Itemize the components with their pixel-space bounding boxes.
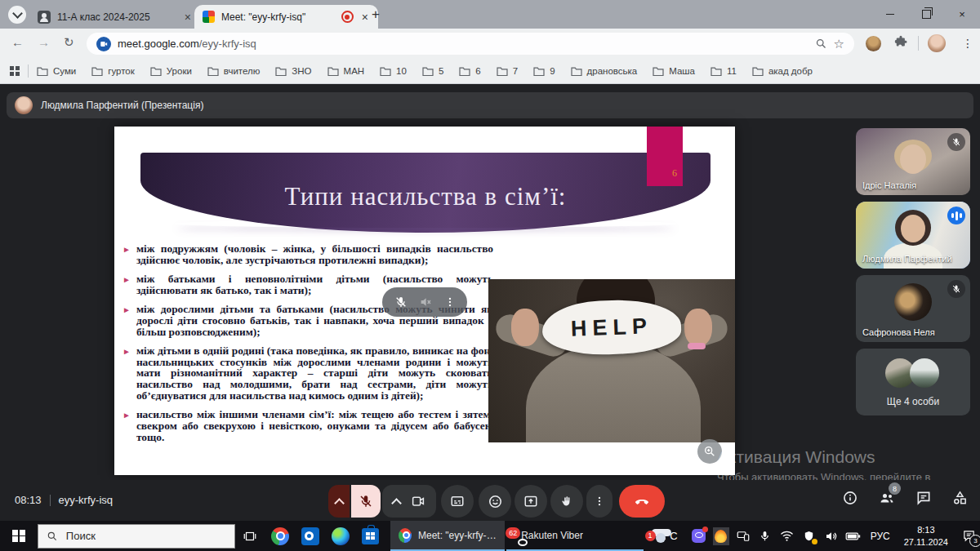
camera-button-group[interactable]: [382, 485, 436, 518]
bookmark-folder[interactable]: 6: [459, 66, 480, 76]
camera-options-chevron[interactable]: [391, 498, 402, 509]
taskbar-clock[interactable]: 8:13 27.11.2024: [899, 524, 953, 548]
more-participants-tile[interactable]: Ще 4 особи: [856, 349, 970, 415]
divider: [918, 36, 919, 51]
window-controls: ×: [872, 0, 980, 29]
close-tab-icon[interactable]: ×: [360, 11, 370, 23]
outlook-taskbar-icon[interactable]: [296, 521, 326, 551]
bookmark-folder[interactable]: Уроки: [150, 66, 192, 76]
more-participants-label: Ще 4 особи: [856, 396, 970, 407]
notification-center-button[interactable]: 3: [959, 527, 980, 545]
tab-class-journal[interactable]: 11-А клас 2024-2025 ×: [29, 5, 201, 29]
bookmark-star-icon[interactable]: ☆: [834, 37, 844, 51]
mic-muted-button[interactable]: [351, 485, 381, 518]
forward-button[interactable]: →: [38, 35, 50, 49]
tray-app-icon[interactable]: [713, 527, 729, 545]
bookmark-folder[interactable]: МАН: [327, 66, 365, 76]
edge-taskbar-icon[interactable]: [325, 521, 355, 551]
search-input[interactable]: [65, 529, 207, 543]
bookmark-folder[interactable]: вчителю: [207, 66, 261, 76]
store-taskbar-icon[interactable]: [355, 521, 385, 551]
restore-button[interactable]: [908, 0, 944, 29]
new-tab-button[interactable]: +: [372, 7, 380, 23]
recording-indicator-icon: [341, 11, 354, 23]
search-icon: [47, 531, 58, 542]
bookmark-folder[interactable]: Суми: [37, 66, 76, 76]
tab-meet[interactable]: Meet: "eyy-krfy-isq" ×: [194, 5, 378, 29]
extensions-puzzle-icon[interactable]: [893, 35, 908, 50]
presenter-banner[interactable]: Людмила Парфентий (Презентація): [7, 92, 973, 118]
mic-options-chevron[interactable]: [328, 485, 350, 518]
bullet-arrow-icon: ►: [122, 409, 131, 443]
volume-icon[interactable]: [823, 527, 840, 545]
task-button-viber[interactable]: 62 Rakuten Viber: [506, 521, 643, 551]
avatar: [910, 358, 939, 388]
bullet-arrow-icon: ►: [122, 273, 131, 296]
start-button[interactable]: [0, 521, 38, 551]
volume-off-icon[interactable]: [419, 295, 432, 309]
bookmark-folder[interactable]: акад добр: [752, 66, 813, 76]
browser-menu-icon[interactable]: ⋮: [962, 34, 973, 52]
extension-icon[interactable]: [866, 36, 881, 51]
bookmark-folder[interactable]: драновська: [571, 66, 638, 76]
back-button[interactable]: ←: [11, 35, 24, 49]
raise-hand-button[interactable]: [550, 485, 583, 518]
divider: [28, 64, 29, 78]
people-panel-button[interactable]: 8: [878, 490, 896, 506]
bookmark-folder[interactable]: Маша: [653, 66, 695, 76]
bookmark-folder[interactable]: ЗНО: [275, 66, 311, 76]
close-tab-icon[interactable]: ×: [183, 11, 193, 23]
bookmark-folder[interactable]: 7: [497, 66, 518, 76]
chrome-taskbar-icon[interactable]: [265, 521, 296, 551]
bullet-text: насильство між іншими членами сім’ї: між…: [136, 409, 493, 443]
task-button-meet[interactable]: Meet: "eyy-krfy-isq...: [390, 521, 505, 551]
connect-device-icon[interactable]: [735, 527, 751, 545]
floating-av-controls[interactable]: [382, 287, 467, 317]
notification-count-badge: 3: [969, 535, 980, 547]
weather-widget[interactable]: 1 -1°C: [644, 521, 686, 551]
more-options-button[interactable]: [586, 485, 612, 518]
participant-tile[interactable]: Ідріс Наталія: [856, 128, 970, 195]
close-window-button[interactable]: ×: [944, 0, 980, 29]
chat-icon[interactable]: [915, 490, 932, 506]
reload-button[interactable]: ↻: [64, 35, 74, 50]
slide-page-tab: 6: [647, 127, 683, 186]
apps-grid-icon[interactable]: [10, 66, 20, 76]
participant-tile-active-speaker[interactable]: Людмила Парфентий: [856, 202, 970, 269]
battery-icon[interactable]: [845, 527, 862, 545]
meet-call-icon: [96, 37, 111, 51]
viber-tray-icon[interactable]: [691, 527, 707, 545]
wifi-icon[interactable]: [779, 527, 795, 545]
taskbar-search[interactable]: [38, 524, 235, 549]
microphone-tray-icon[interactable]: [757, 527, 773, 545]
security-shield-icon[interactable]: [801, 527, 817, 545]
slide-title-banner: Типи насильства в сім’ї:: [140, 153, 710, 233]
participants-sidebar: Ідріс Наталія Людмила Парфентий Сафронов…: [856, 128, 970, 422]
more-options-icon[interactable]: [444, 296, 456, 308]
meeting-details-icon[interactable]: [842, 490, 858, 506]
captions-button[interactable]: [441, 485, 474, 518]
keyboard-language[interactable]: РУС: [867, 531, 893, 542]
bullet-arrow-icon: ►: [122, 304, 131, 338]
zoom-page-icon[interactable]: [815, 38, 827, 50]
minimize-button[interactable]: [872, 0, 908, 29]
activities-icon[interactable]: [951, 490, 969, 506]
bookmark-folder[interactable]: 5: [422, 66, 443, 76]
task-view-button[interactable]: [235, 521, 265, 551]
bookmark-folder[interactable]: 9: [533, 66, 555, 76]
bookmark-folder[interactable]: гурток: [91, 66, 135, 76]
reactions-button[interactable]: [479, 485, 511, 518]
present-screen-button[interactable]: [514, 485, 547, 518]
bookmark-folder[interactable]: 10: [380, 66, 407, 76]
participant-name: Ідріс Наталія: [862, 180, 916, 190]
mic-off-icon[interactable]: [394, 295, 408, 309]
list-item: ►насильство між іншими членами сім’ї: мі…: [122, 409, 493, 443]
tab-search-button[interactable]: [8, 6, 26, 24]
camera-icon[interactable]: [411, 494, 425, 509]
bookmark-folder[interactable]: 11: [710, 66, 737, 76]
address-bar[interactable]: meet.google.com/eyy-krfy-isq ☆: [87, 33, 854, 55]
profile-avatar[interactable]: [928, 34, 946, 52]
speaking-indicator-icon: [947, 207, 965, 224]
end-call-button[interactable]: [619, 485, 665, 518]
participant-tile[interactable]: Сафронова Неля: [856, 275, 970, 342]
